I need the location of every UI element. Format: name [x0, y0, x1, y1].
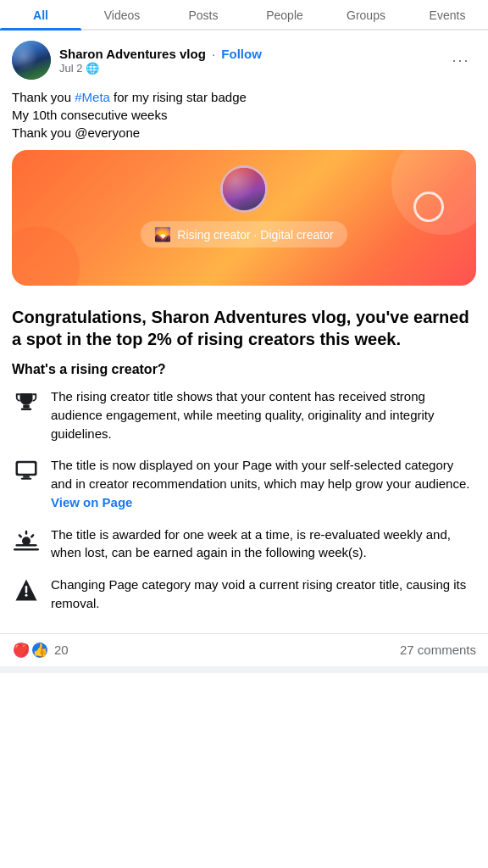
- svg-point-12: [25, 594, 28, 597]
- nav-item-events[interactable]: Events: [407, 0, 488, 29]
- rising-card-center: 🌄 Rising creator · Digital creator: [141, 165, 347, 248]
- trophy-icon: [12, 387, 41, 416]
- info-item-trophy: The rising creator title shows that your…: [12, 387, 476, 442]
- post: Sharon Adventures vlog · Follow Jul 2 🌐 …: [0, 31, 488, 673]
- post-text-line2: My 10th consecutive weeks: [12, 108, 167, 122]
- reaction-bar: ❤️ 👍 20 27 comments: [0, 633, 488, 666]
- heart-reaction: ❤️: [12, 641, 30, 659]
- more-options-button[interactable]: ···: [446, 45, 476, 75]
- svg-line-8: [19, 535, 21, 537]
- svg-rect-5: [21, 478, 32, 480]
- info-item-sunrise: The title is awarded for one week at a t…: [12, 526, 476, 563]
- globe-icon: 🌐: [86, 62, 99, 75]
- info-text-trophy: The rising creator title shows that your…: [51, 387, 476, 442]
- rising-card-avatar-container: [220, 165, 268, 213]
- post-text-line3: Thank you @everyone: [12, 125, 140, 140]
- post-meta: Sharon Adventures vlog · Follow Jul 2 🌐: [59, 47, 446, 75]
- info-item-monitor: The title is now displayed on your Page …: [12, 456, 476, 511]
- rising-avatar: [220, 165, 268, 213]
- info-item-warning: Changing Page category may void a curren…: [12, 576, 476, 613]
- comments-count[interactable]: 27 comments: [400, 643, 476, 657]
- view-on-page-link[interactable]: View on Page: [51, 495, 132, 509]
- separator-dot: ·: [212, 47, 219, 61]
- nav-item-people[interactable]: People: [244, 0, 325, 29]
- follow-button[interactable]: Follow: [221, 47, 262, 61]
- post-header: Sharon Adventures vlog · Follow Jul 2 🌐 …: [0, 31, 488, 85]
- like-reaction: 👍: [30, 641, 49, 659]
- rising-card-row: 🌄 Rising creator · Digital creator: [27, 165, 461, 248]
- avatar[interactable]: [12, 41, 51, 80]
- nav-item-groups[interactable]: Groups: [325, 0, 407, 29]
- nav-item-all[interactable]: All: [0, 0, 81, 29]
- svg-line-9: [31, 535, 33, 537]
- rising-badge-text: Rising creator · Digital creator: [177, 228, 333, 242]
- svg-rect-1: [21, 409, 32, 411]
- nav-item-videos[interactable]: Videos: [81, 0, 163, 29]
- svg-rect-4: [23, 476, 30, 479]
- what-rising-creator-title: What's a rising creator?: [12, 362, 476, 377]
- post-date: Jul 2 🌐: [59, 62, 446, 75]
- reaction-count: 20: [54, 643, 69, 657]
- reaction-left: ❤️ 👍 20: [12, 641, 69, 659]
- rising-creator-card: 🌄 Rising creator · Digital creator: [12, 150, 476, 286]
- top-navigation: All Videos Posts People Groups Events: [0, 0, 488, 31]
- rising-avatar-inner: [223, 168, 265, 210]
- info-text-monitor-main: The title is now displayed on your Page …: [51, 458, 469, 491]
- svg-rect-3: [18, 464, 35, 475]
- info-text-warning: Changing Page category may void a curren…: [51, 576, 476, 613]
- warning-icon: [12, 576, 41, 604]
- svg-point-6: [22, 537, 30, 545]
- post-author-line: Sharon Adventures vlog · Follow: [59, 47, 446, 61]
- hashtag-meta[interactable]: #Meta: [75, 90, 110, 104]
- post-body: Congratulations, Sharon Adventures vlog,…: [0, 296, 488, 633]
- congrats-title: Congratulations, Sharon Adventures vlog,…: [12, 306, 476, 350]
- svg-rect-0: [23, 405, 30, 409]
- sunrise-icon: [12, 526, 41, 554]
- info-text-sunrise: The title is awarded for one week at a t…: [51, 526, 476, 563]
- post-text: Thank you #Meta for my rising star badge…: [0, 85, 488, 150]
- author-name: Sharon Adventures vlog: [59, 47, 206, 61]
- nav-item-posts[interactable]: Posts: [163, 0, 244, 29]
- date-text: Jul 2: [59, 62, 82, 75]
- ring-decoration: [413, 192, 444, 222]
- sunrise-badge-icon: 🌄: [154, 226, 171, 242]
- post-text-line1-post: for my rising star badge: [110, 90, 247, 104]
- monitor-icon: [12, 456, 41, 485]
- rising-badge: 🌄 Rising creator · Digital creator: [141, 221, 347, 248]
- post-text-line1-pre: Thank you: [12, 90, 75, 104]
- info-text-monitor: The title is now displayed on your Page …: [51, 456, 476, 511]
